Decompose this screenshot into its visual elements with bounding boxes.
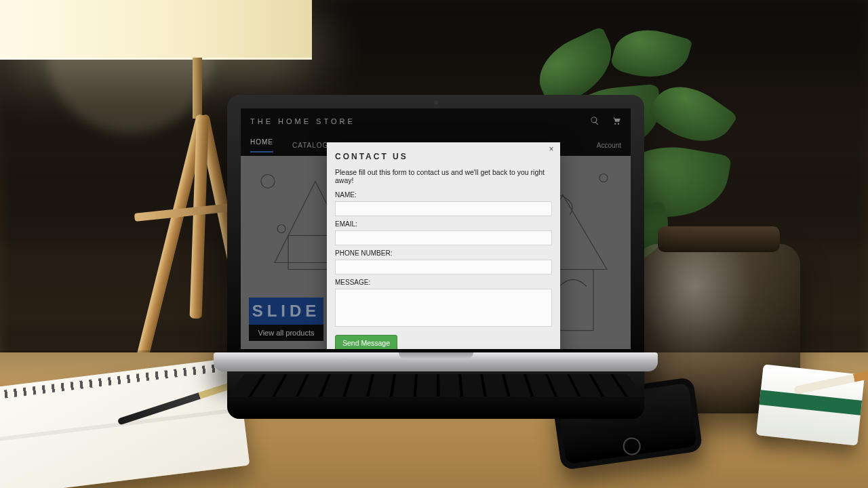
phone-input[interactable] (335, 260, 552, 274)
lamp-stem (193, 58, 202, 119)
laptop-hinge (214, 352, 658, 371)
email-input[interactable] (335, 230, 552, 245)
phone-label: PHONE NUMBER: (335, 249, 552, 257)
message-input[interactable] (335, 289, 552, 327)
modal-intro: Please fill out this form to contact us … (335, 168, 552, 184)
webcam (434, 100, 438, 104)
webpage: THE HOME STORE HOME CATALOG (241, 108, 631, 349)
laptop-screen-bezel: THE HOME STORE HOME CATALOG (227, 95, 644, 363)
close-icon[interactable]: × (547, 144, 556, 154)
laptop: THE HOME STORE HOME CATALOG (227, 95, 644, 413)
email-label: EMAIL: (335, 220, 552, 228)
laptop-display: THE HOME STORE HOME CATALOG (241, 108, 631, 349)
message-label: MESSAGE: (335, 279, 552, 286)
modal-title: CONTACT US (335, 152, 552, 161)
send-message-button[interactable]: Send Message (335, 335, 397, 349)
contact-modal: × CONTACT US Please fill out this form t… (327, 142, 560, 349)
laptop-keyboard (227, 371, 644, 419)
lamp-shade (0, 0, 312, 60)
name-label: NAME: (335, 191, 552, 199)
name-input[interactable] (335, 201, 552, 216)
